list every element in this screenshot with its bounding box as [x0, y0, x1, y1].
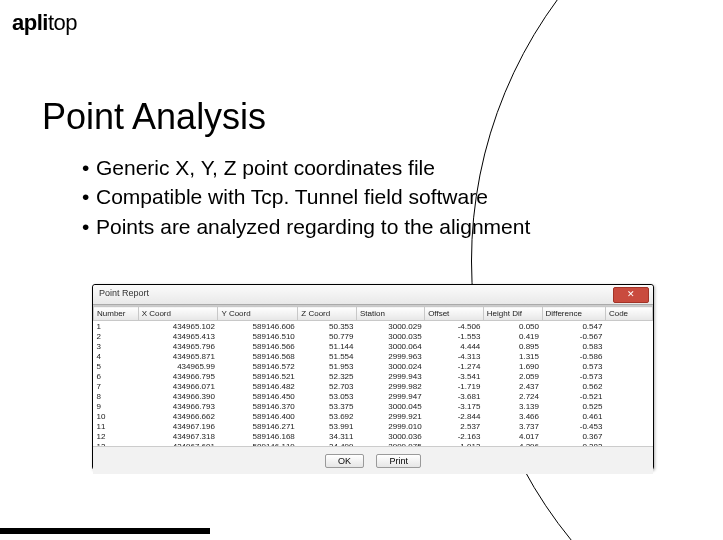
table-cell — [605, 371, 652, 381]
table-cell — [605, 341, 652, 351]
table-row[interactable]: 8434966.390589146.45053.0532999.947-3.68… — [94, 391, 653, 401]
table-cell: 434965.102 — [138, 321, 218, 332]
table-cell: 0.367 — [542, 431, 605, 441]
table-cell: 6 — [94, 371, 139, 381]
table-cell: 0.419 — [483, 331, 542, 341]
table-cell: 50.353 — [298, 321, 357, 332]
table-cell: 434966.390 — [138, 391, 218, 401]
table-cell: 2999.982 — [357, 381, 425, 391]
close-icon: ✕ — [627, 289, 635, 299]
table-cell: 589146.510 — [218, 331, 298, 341]
table-cell: 434966.793 — [138, 401, 218, 411]
table-cell: 589146.521 — [218, 371, 298, 381]
table-row[interactable]: 11434967.196589146.27153.9912999.0102.53… — [94, 421, 653, 431]
table-cell: -0.521 — [542, 391, 605, 401]
table-cell: 434965.796 — [138, 341, 218, 351]
table-cell: 589146.271 — [218, 421, 298, 431]
table-cell: -3.681 — [425, 391, 484, 401]
table-cell: 3.737 — [483, 421, 542, 431]
table-header[interactable]: Y Coord — [218, 307, 298, 321]
table-cell: 3000.064 — [357, 341, 425, 351]
table-cell: 589146.568 — [218, 351, 298, 361]
table-cell: -3.541 — [425, 371, 484, 381]
table-row[interactable]: 12434967.318589146.16834.3113000.036-2.1… — [94, 431, 653, 441]
table-cell: 0.525 — [542, 401, 605, 411]
table-cell: 589146.370 — [218, 401, 298, 411]
table-cell: 434965.99 — [138, 361, 218, 371]
table-cell: 52.703 — [298, 381, 357, 391]
close-button[interactable]: ✕ — [613, 287, 649, 303]
table-row[interactable]: 9434966.793589146.37053.3753000.045-3.17… — [94, 401, 653, 411]
table-cell: 53.053 — [298, 391, 357, 401]
table-cell: 0.895 — [483, 341, 542, 351]
table-row[interactable]: 7434966.071589146.48252.7032999.982-1.71… — [94, 381, 653, 391]
table-cell: 51.554 — [298, 351, 357, 361]
table-cell: 0.547 — [542, 321, 605, 332]
table-header[interactable]: Station — [357, 307, 425, 321]
table-cell — [605, 431, 652, 441]
table-cell: 0.050 — [483, 321, 542, 332]
table-cell — [605, 401, 652, 411]
table-cell: 4 — [94, 351, 139, 361]
table-cell: 434967.196 — [138, 421, 218, 431]
table-cell: 11 — [94, 421, 139, 431]
table-cell: -3.175 — [425, 401, 484, 411]
dialog-buttonbar: OK Print — [93, 446, 653, 474]
table-cell: 0.461 — [542, 411, 605, 421]
table-cell — [605, 351, 652, 361]
table-cell: 3000.036 — [357, 431, 425, 441]
table-row[interactable]: 4434965.871589146.56851.5542999.963-4.31… — [94, 351, 653, 361]
point-table: NumberX CoordY CoordZ CoordStationOffset… — [93, 306, 653, 446]
table-row[interactable]: 2434965.413589146.51050.7793000.035-1.55… — [94, 331, 653, 341]
table-header[interactable]: Number — [94, 307, 139, 321]
table-cell: -0.567 — [542, 331, 605, 341]
table-scroll[interactable]: NumberX CoordY CoordZ CoordStationOffset… — [93, 305, 653, 446]
ok-button[interactable]: OK — [325, 454, 364, 468]
table-cell: 0.562 — [542, 381, 605, 391]
table-cell: 52.325 — [298, 371, 357, 381]
table-cell: 4.444 — [425, 341, 484, 351]
table-cell: 2.537 — [425, 421, 484, 431]
table-cell: 434965.413 — [138, 331, 218, 341]
table-header[interactable]: Z Coord — [298, 307, 357, 321]
table-row[interactable]: 6434966.795589146.52152.3252999.943-3.54… — [94, 371, 653, 381]
dialog-titlebar: Point Report ✕ — [93, 285, 653, 305]
table-cell: 434966.662 — [138, 411, 218, 421]
table-cell: 2.437 — [483, 381, 542, 391]
table-row[interactable]: 5434965.99589146.57251.9533000.024-1.274… — [94, 361, 653, 371]
table-cell: 8 — [94, 391, 139, 401]
table-header[interactable]: Difference — [542, 307, 605, 321]
table-cell: 51.144 — [298, 341, 357, 351]
table-cell: 589146.606 — [218, 321, 298, 332]
bullet-3: Points are analyzed regarding to the ali… — [96, 215, 530, 238]
table-cell — [605, 361, 652, 371]
table-cell — [605, 391, 652, 401]
table-cell: 434965.871 — [138, 351, 218, 361]
table-cell: 589146.168 — [218, 431, 298, 441]
table-cell — [605, 411, 652, 421]
table-cell: -2.844 — [425, 411, 484, 421]
table-cell: 0.583 — [542, 341, 605, 351]
table-header[interactable]: Height Dif — [483, 307, 542, 321]
table-cell: 589146.450 — [218, 391, 298, 401]
table-row[interactable]: 10434966.662589146.40053.6922999.921-2.8… — [94, 411, 653, 421]
table-cell: 589146.482 — [218, 381, 298, 391]
bullet-1: Generic X, Y, Z point coordinates file — [96, 156, 435, 179]
table-cell: 0.573 — [542, 361, 605, 371]
table-cell: 2999.943 — [357, 371, 425, 381]
table-cell: -0.453 — [542, 421, 605, 431]
print-button[interactable]: Print — [376, 454, 421, 468]
table-cell: 3.139 — [483, 401, 542, 411]
table-cell: 589146.566 — [218, 341, 298, 351]
table-cell: 2999.963 — [357, 351, 425, 361]
table-header[interactable]: X Coord — [138, 307, 218, 321]
table-cell: 9 — [94, 401, 139, 411]
page-title: Point Analysis — [42, 96, 266, 138]
dialog-title-text: Point Report — [99, 288, 149, 298]
table-row[interactable]: 1434965.102589146.60650.3533000.029-4.50… — [94, 321, 653, 332]
table-row[interactable]: 3434965.796589146.56651.1443000.0644.444… — [94, 341, 653, 351]
table-cell: 3000.045 — [357, 401, 425, 411]
table-header[interactable]: Offset — [425, 307, 484, 321]
table-header[interactable]: Code — [605, 307, 652, 321]
table-cell: 434967.318 — [138, 431, 218, 441]
